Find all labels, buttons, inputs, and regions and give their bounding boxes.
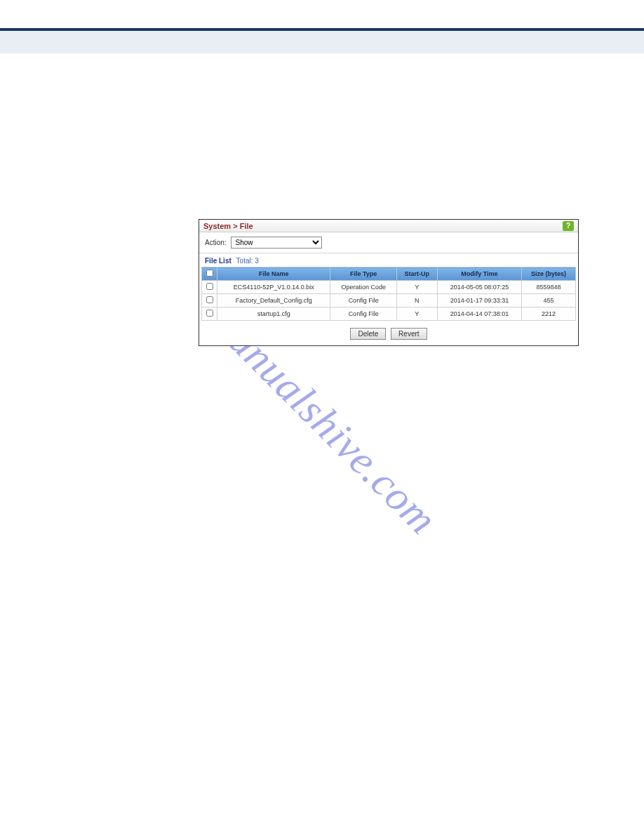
table-header-row: File Name File Type Start-Up Modify Time… xyxy=(202,267,576,281)
cell-size: 8559848 xyxy=(522,281,576,294)
col-header-start-up: Start-Up xyxy=(396,267,437,281)
cell-file-name: Factory_Default_Config.cfg xyxy=(217,294,330,307)
cell-modify-time: 2014-01-17 09:33:31 xyxy=(437,294,521,307)
cell-modify-time: 2014-04-14 07:38:01 xyxy=(437,307,521,321)
cell-file-type: Config File xyxy=(330,294,396,307)
col-header-file-name: File Name xyxy=(217,267,330,281)
file-panel: System > File ? Action: Show File List T… xyxy=(199,219,579,346)
table-row: ECS4110-52P_V1.0.14.0.bix Operation Code… xyxy=(202,281,576,294)
file-list-total: Total: 3 xyxy=(236,257,259,265)
cell-start-up: Y xyxy=(396,307,437,321)
panel-header: System > File ? xyxy=(199,220,578,232)
table-row: Factory_Default_Config.cfg Config File N… xyxy=(202,294,576,307)
action-select[interactable]: Show xyxy=(231,237,322,249)
cell-size: 2212 xyxy=(522,307,576,321)
action-label: Action: xyxy=(205,239,227,246)
cell-modify-time: 2014-05-05 08:07:25 xyxy=(437,281,521,294)
breadcrumb: System > File xyxy=(203,222,253,230)
delete-button[interactable]: Delete xyxy=(350,328,386,340)
action-row: Action: Show xyxy=(199,232,578,253)
file-table: File Name File Type Start-Up Modify Time… xyxy=(201,267,576,321)
cell-start-up: N xyxy=(396,294,437,307)
select-all-checkbox[interactable] xyxy=(206,270,213,277)
revert-button[interactable]: Revert xyxy=(391,328,427,340)
cell-file-type: Operation Code xyxy=(330,281,396,294)
table-row: startup1.cfg Config File Y 2014-04-14 07… xyxy=(202,307,576,321)
cell-file-name: ECS4110-52P_V1.0.14.0.bix xyxy=(217,281,330,294)
help-icon[interactable]: ? xyxy=(563,221,574,231)
button-row: Delete Revert xyxy=(199,325,578,345)
row-checkbox[interactable] xyxy=(206,310,213,317)
cell-start-up: Y xyxy=(396,281,437,294)
file-list-title: File List xyxy=(205,257,232,265)
cell-file-name: startup1.cfg xyxy=(217,307,330,321)
col-header-modify-time: Modify Time xyxy=(437,267,521,281)
cell-file-type: Config File xyxy=(330,307,396,321)
col-header-select-all xyxy=(202,267,217,281)
row-checkbox[interactable] xyxy=(206,296,213,303)
col-header-size: Size (bytes) xyxy=(522,267,576,281)
file-list-header: File List Total: 3 xyxy=(199,253,578,267)
row-checkbox[interactable] xyxy=(206,283,213,290)
col-header-file-type: File Type xyxy=(330,267,396,281)
page-header-band xyxy=(0,31,644,53)
cell-size: 455 xyxy=(522,294,576,307)
